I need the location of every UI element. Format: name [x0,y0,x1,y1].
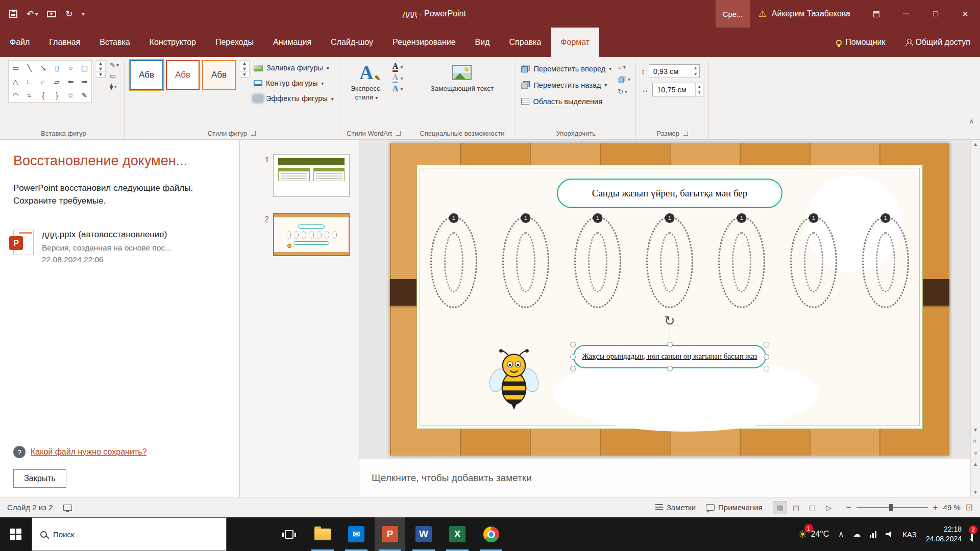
maximize-button[interactable]: □ [921,0,950,28]
shape-outline-button[interactable]: Контур фигуры▾ [254,77,334,90]
selection-handle[interactable] [764,342,769,347]
styles-up-icon[interactable]: ▲ [240,61,249,66]
ribbon-display-options-icon[interactable]: ▤ [862,0,891,28]
shape-icon[interactable]: ⇐ [64,74,78,88]
notes-toggle[interactable]: Заметки [655,503,696,512]
selection-handle[interactable] [570,366,576,371]
mail-button[interactable]: ✉ [341,517,372,551]
selection-handle[interactable] [570,354,576,360]
fit-to-window-icon[interactable]: ⊡ [966,502,973,513]
close-recovery-button[interactable]: Закрыть [13,469,66,488]
dialog-launcher-icon[interactable] [251,131,256,136]
shape-width-value[interactable]: 10,75 см [653,86,695,94]
action-center-button[interactable]: 2 [971,530,973,539]
send-backward-button[interactable]: Переместить назад▾ [521,79,611,91]
slide-title-textbox[interactable]: Санды жазып үйрен, бағытқа мән бер [557,179,782,208]
tab-transitions[interactable]: Переходы [206,28,263,57]
tab-design[interactable]: Конструктор [140,28,206,57]
onedrive-cloud-icon[interactable]: ☁ [853,530,861,539]
shape-width-spinner[interactable]: 10,75 см ▲▼ [652,83,703,96]
shape-fill-button[interactable]: Заливка фигуры▾ [254,61,334,74]
spin-down-icon[interactable]: ▼ [692,71,699,78]
scroll-down-icon[interactable]: ▼ [973,427,978,433]
shape-height-spinner[interactable]: 0,93 см ▲▼ [649,64,700,78]
recovered-file-item[interactable]: P ддд.pptx (автовосстановление) Версия, … [13,230,226,267]
save-icon[interactable] [9,10,17,18]
minimize-button[interactable]: ─ [891,0,921,28]
which-file-to-save-link[interactable]: Какой файл нужно сохранить? [31,447,146,457]
zoom-in-icon[interactable]: + [933,503,938,513]
styles-down-icon[interactable]: ▼ [240,66,249,72]
quick-styles-button[interactable]: A✎ Экспресс-стили ▾ [345,60,388,102]
shape-effects-button[interactable]: Эффекты фигуры▾ [254,92,334,105]
weather-widget[interactable]: 1 ☀ 24°C [798,528,829,540]
file-explorer-button[interactable] [307,517,338,551]
shape-icon[interactable]: ✎ [78,88,91,102]
text-box-icon[interactable]: ▭ [110,72,119,80]
rotate-handle-icon[interactable]: ↻ [664,313,675,329]
tab-format[interactable]: Формат [551,28,599,57]
tab-insert[interactable]: Вставка [90,28,139,57]
notes-placeholder[interactable]: Щелкните, чтобы добавить заметки [372,472,532,484]
language-indicator[interactable]: КАЗ [902,530,917,539]
tab-slideshow[interactable]: Слайд-шоу [321,28,383,57]
tracing-zero-shape[interactable]: 1 [430,216,477,308]
shape-icon[interactable]: △ [9,74,22,88]
selection-handle[interactable] [764,366,769,371]
slide-sorter-view-icon[interactable]: ▤ [789,501,803,514]
taskbar-search-box[interactable]: Поиск [32,517,227,551]
tracing-zero-shape[interactable]: 1 [790,216,837,308]
zoom-level[interactable]: 49 % [943,503,961,512]
tracing-zero-shape[interactable]: 1 [646,216,693,308]
slide-2-preview[interactable] [273,213,350,256]
tracing-zero-shape[interactable]: 1 [502,216,549,308]
customize-quick-access-icon[interactable]: ▾ [82,11,85,17]
tab-animations[interactable]: Анимация [263,28,321,57]
network-icon[interactable] [870,531,876,538]
shape-icon[interactable]: ∟ [22,74,36,88]
shape-icon[interactable]: ▯ [50,61,64,74]
bee-image[interactable] [488,347,540,411]
volume-icon[interactable] [886,531,893,538]
shape-height-value[interactable]: 0,93 см [649,67,692,76]
excel-button[interactable]: X [442,517,473,551]
shape-icon[interactable]: ▭ [9,61,22,74]
shape-icon[interactable]: ⇒ [78,74,91,88]
text-outline-button[interactable]: А▾ [393,73,403,83]
shape-icon[interactable]: ○ [64,61,78,74]
selection-handle[interactable] [764,354,769,360]
notes-scroll-up-icon[interactable]: ▲ [973,461,978,467]
shape-icon[interactable]: ↘ [36,61,50,74]
shape-icon[interactable]: ☆ [64,88,78,102]
user-name[interactable]: Айкерим Тазабекова [772,9,850,18]
normal-view-icon[interactable]: ▦ [773,501,787,514]
shape-style-sample-3[interactable]: Абв [202,60,236,90]
tab-file[interactable]: Файл [0,28,39,57]
zoom-out-icon[interactable]: − [846,503,851,513]
tab-view[interactable]: Вид [465,28,500,57]
tab-review[interactable]: Рецензирование [383,28,465,57]
shape-icon[interactable]: ╲ [22,61,36,74]
rotate-objects-icon[interactable]: ↻▾ [618,88,630,95]
tab-assistant[interactable]: Помощник [826,28,895,57]
slide-canvas[interactable]: Санды жазып үйрен, бағытқа мән бер 1 1 1… [390,143,949,456]
gallery-more-icon[interactable]: ▼ [96,72,105,78]
merge-shapes-icon[interactable]: ⧫▾ [110,83,119,90]
accessibility-checker-icon[interactable] [63,505,72,511]
hidden-icons-chevron[interactable]: ∧ [838,530,844,539]
zoom-slider[interactable] [856,507,928,508]
start-slideshow-icon[interactable] [47,11,56,17]
dialog-launcher-icon[interactable] [396,131,401,136]
close-button[interactable]: × [950,0,980,28]
text-effects-button[interactable]: А▾ [393,85,403,93]
shape-icon[interactable]: { [36,88,50,102]
shape-icon[interactable]: ▱ [50,74,64,88]
spin-down-icon[interactable]: ▼ [696,90,703,96]
warning-icon[interactable]: ⚠ [758,8,767,19]
tracing-zero-shape[interactable]: 1 [718,216,765,308]
tab-share[interactable]: Общий доступ [895,28,980,57]
chrome-button[interactable] [476,517,506,551]
slide-1-preview[interactable] [273,154,350,197]
alt-text-button[interactable]: Замещающий текст [424,60,500,93]
notes-scrollbar[interactable]: ▲ ▼ [970,459,980,497]
